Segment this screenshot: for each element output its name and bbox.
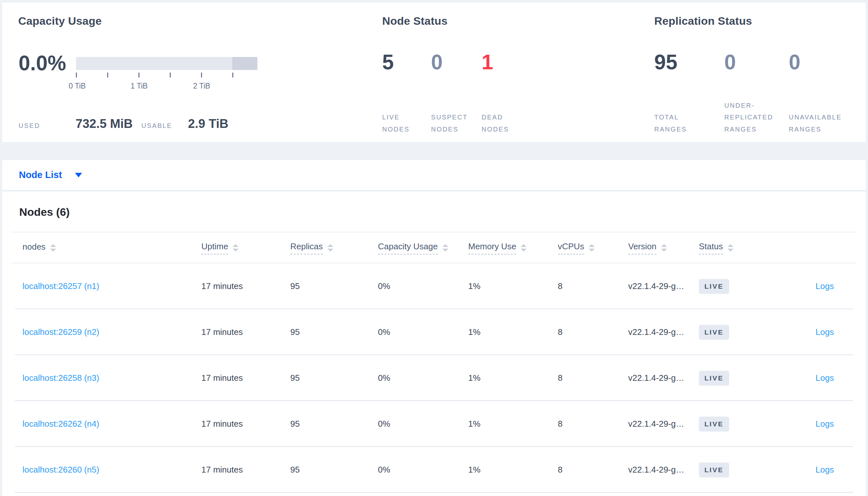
- column-header-nodes[interactable]: nodes: [23, 242, 201, 254]
- sort-icon[interactable]: [521, 244, 526, 252]
- node-list-label[interactable]: Node List: [19, 170, 62, 180]
- memory-cell: 1%: [468, 327, 558, 337]
- usable-label: USABLE: [141, 122, 188, 129]
- tick-label: 1 TiB: [131, 82, 148, 91]
- status-badge: LIVE: [699, 371, 729, 386]
- logs-link[interactable]: Logs: [815, 373, 834, 383]
- status-cell: LIVE: [699, 417, 815, 432]
- capacity-bar-reserved-segment: [232, 57, 257, 70]
- nodes-heading: Nodes (6): [19, 206, 70, 218]
- node-list-panel: Nodes (6) nodes Uptime Replicas Capacity…: [2, 191, 866, 496]
- stat-label: TOTAL RANGES: [654, 111, 698, 135]
- under-replicated-ranges-stat: 0 UNDER-REPLICATED RANGES: [724, 52, 789, 135]
- status-badge: LIVE: [699, 279, 729, 294]
- bar-tick: [170, 73, 171, 77]
- used-label: USED: [18, 122, 76, 129]
- memory-cell: 1%: [468, 373, 558, 383]
- status-cell: LIVE: [699, 371, 815, 386]
- logs-link[interactable]: Logs: [815, 281, 834, 291]
- capacity-cell: 0%: [378, 373, 468, 383]
- table-row: localhost:26259 (n2) 17 minutes 95 0% 1%…: [2, 309, 866, 355]
- sort-icon[interactable]: [728, 244, 733, 252]
- bar-tick: [232, 73, 233, 77]
- column-header-memory-use[interactable]: Memory Use: [468, 242, 558, 254]
- bar-tick: [76, 73, 77, 77]
- sort-icon[interactable]: [327, 244, 333, 252]
- status-badge: LIVE: [699, 325, 729, 340]
- replication-status-stats: 95 TOTAL RANGES 0 UNDER-REPLICATED RANGE…: [654, 52, 864, 135]
- column-header-version[interactable]: Version: [628, 242, 699, 254]
- uptime-cell: 17 minutes: [201, 419, 290, 429]
- capacity-cell: 0%: [378, 465, 468, 475]
- stat-label: UNAVAILABLE RANGES: [789, 111, 859, 135]
- status-cell: LIVE: [699, 463, 815, 478]
- column-header-status[interactable]: Status: [699, 242, 815, 254]
- stat-label: UNDER-REPLICATED RANGES: [724, 99, 786, 135]
- stat-label: DEAD NODES: [482, 111, 521, 135]
- capacity-bar: [76, 57, 257, 70]
- logs-cell: Logs: [815, 465, 868, 475]
- replicas-cell: 95: [290, 373, 378, 383]
- stat-label: SUSPECT NODES: [431, 111, 475, 135]
- logs-cell: Logs: [815, 373, 868, 383]
- column-header-uptime[interactable]: Uptime: [201, 242, 290, 254]
- cluster-summary-card: Capacity Usage 0.0% 0 TiB 1 TiB 2 TiB US…: [2, 2, 866, 142]
- column-header-replicas[interactable]: Replicas: [290, 242, 378, 254]
- bar-tick: [201, 73, 202, 77]
- capacity-cell: 0%: [378, 419, 468, 429]
- status-badge: LIVE: [699, 463, 729, 478]
- status-cell: LIVE: [699, 279, 815, 294]
- node-link[interactable]: localhost:26258 (n3): [23, 373, 201, 383]
- uptime-cell: 17 minutes: [201, 327, 290, 337]
- logs-link[interactable]: Logs: [815, 419, 834, 429]
- column-header-vcpus[interactable]: vCPUs: [558, 242, 628, 254]
- total-ranges-stat: 95 TOTAL RANGES: [654, 52, 724, 135]
- memory-cell: 1%: [468, 281, 558, 291]
- memory-cell: 1%: [468, 419, 558, 429]
- logs-link[interactable]: Logs: [815, 327, 834, 337]
- stat-value: 95: [654, 52, 724, 73]
- capacity-cell: 0%: [378, 281, 468, 291]
- table-row: localhost:26257 (n1) 17 minutes 95 0% 1%…: [2, 263, 866, 309]
- stat-value: 1: [482, 52, 534, 73]
- capacity-usage-title: Capacity Usage: [18, 15, 102, 27]
- chevron-down-icon: [75, 173, 82, 177]
- sort-icon[interactable]: [233, 244, 239, 252]
- nodes-heading-block: Nodes (6): [2, 191, 866, 232]
- sort-icon[interactable]: [589, 244, 595, 252]
- tick-label: 0 TiB: [69, 82, 86, 91]
- uptime-cell: 17 minutes: [201, 281, 290, 291]
- table-row: localhost:26262 (n4) 17 minutes 95 0% 1%…: [2, 401, 866, 447]
- sort-icon[interactable]: [661, 244, 667, 252]
- usable-value: 2.9 TiB: [188, 117, 228, 131]
- vcpus-cell: 8: [558, 281, 628, 291]
- column-header-capacity-usage[interactable]: Capacity Usage: [378, 242, 468, 254]
- node-link[interactable]: localhost:26260 (n5): [23, 465, 201, 475]
- bar-tick: [138, 73, 139, 77]
- node-link[interactable]: localhost:26259 (n2): [23, 327, 201, 337]
- uptime-cell: 17 minutes: [201, 465, 290, 475]
- stat-value: 0: [789, 52, 864, 73]
- version-cell: v22.1.4-29-g…: [628, 281, 699, 291]
- table-row: localhost:26260 (n5) 17 minutes 95 0% 1%…: [2, 447, 866, 493]
- node-link[interactable]: localhost:26257 (n1): [23, 281, 201, 291]
- node-link[interactable]: localhost:26262 (n4): [23, 419, 201, 429]
- logs-cell: Logs: [815, 327, 868, 337]
- version-cell: v22.1.4-29-g…: [628, 327, 699, 337]
- replicas-cell: 95: [290, 281, 378, 291]
- version-cell: v22.1.4-29-g…: [628, 419, 699, 429]
- replicas-cell: 95: [290, 465, 378, 475]
- sort-icon[interactable]: [443, 244, 448, 252]
- vcpus-cell: 8: [558, 465, 628, 475]
- view-selector-dropdown[interactable]: Node List: [2, 159, 866, 190]
- vcpus-cell: 8: [558, 327, 628, 337]
- tick-label: 2 TiB: [193, 82, 210, 91]
- vcpus-cell: 8: [558, 419, 628, 429]
- table-row: localhost:26258 (n3) 17 minutes 95 0% 1%…: [2, 355, 866, 401]
- logs-cell: Logs: [815, 281, 868, 291]
- live-nodes-stat: 5 LIVE NODES: [382, 52, 431, 135]
- node-status-title: Node Status: [382, 15, 448, 27]
- sort-icon[interactable]: [50, 244, 56, 252]
- logs-link[interactable]: Logs: [815, 465, 834, 475]
- stat-value: 0: [724, 52, 789, 73]
